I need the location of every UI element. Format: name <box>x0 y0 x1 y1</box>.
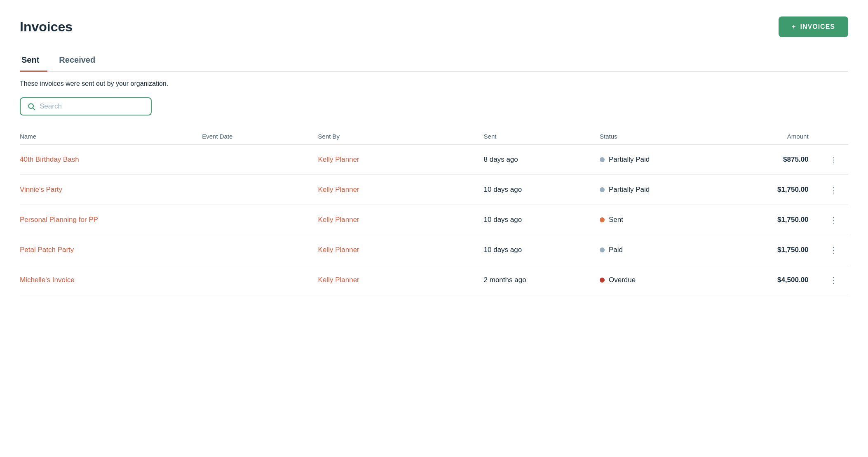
invoice-name-link-4[interactable]: Michelle's Invoice <box>20 276 75 284</box>
invoices-table: Name Event Date Sent By Sent Status Amou… <box>20 129 848 295</box>
subtitle-text: These invoices were sent out by your org… <box>20 80 848 87</box>
more-options-button-0[interactable]: ⋮ <box>826 154 842 165</box>
cell-name-1: Vinnie's Party <box>20 175 202 205</box>
table-row: Vinnie's Party Kelly Planner 10 days ago… <box>20 175 848 205</box>
status-dot-0 <box>600 157 605 162</box>
cell-amount-2: $1,750.00 <box>732 205 815 235</box>
cell-event-date-0 <box>202 144 318 175</box>
status-dot-2 <box>600 217 605 222</box>
more-options-button-4[interactable]: ⋮ <box>826 274 842 286</box>
status-dot-1 <box>600 187 605 192</box>
col-header-sent: Sent <box>484 129 600 144</box>
sent-by-link-0[interactable]: Kelly Planner <box>318 155 359 163</box>
cell-name-2: Personal Planning for PP <box>20 205 202 235</box>
table-row: 40th Birthday Bash Kelly Planner 8 days … <box>20 144 848 175</box>
col-header-name: Name <box>20 129 202 144</box>
cell-status-0: Partially Paid <box>600 144 732 175</box>
page-container: Invoices + INVOICES Sent Received These … <box>0 0 868 457</box>
status-label-2: Sent <box>609 216 623 224</box>
plus-icon: + <box>792 23 796 31</box>
col-header-event-date: Event Date <box>202 129 318 144</box>
table-row: Personal Planning for PP Kelly Planner 1… <box>20 205 848 235</box>
cell-amount-1: $1,750.00 <box>732 175 815 205</box>
sent-by-link-1[interactable]: Kelly Planner <box>318 186 359 193</box>
cell-event-date-4 <box>202 265 318 295</box>
table-header-row: Name Event Date Sent By Sent Status Amou… <box>20 129 848 144</box>
cell-sent-1: 10 days ago <box>484 175 600 205</box>
search-input[interactable] <box>40 102 144 111</box>
tabs-row: Sent Received <box>20 50 848 72</box>
cell-status-2: Sent <box>600 205 732 235</box>
cell-sent-by-4: Kelly Planner <box>318 265 484 295</box>
cell-status-4: Overdue <box>600 265 732 295</box>
more-options-button-1[interactable]: ⋮ <box>826 184 842 196</box>
cell-event-date-3 <box>202 235 318 265</box>
cell-name-3: Petal Patch Party <box>20 235 202 265</box>
cell-status-3: Paid <box>600 235 732 265</box>
cell-sent-0: 8 days ago <box>484 144 600 175</box>
cell-sent-by-2: Kelly Planner <box>318 205 484 235</box>
cell-amount-4: $4,500.00 <box>732 265 815 295</box>
col-header-sent-by: Sent By <box>318 129 484 144</box>
invoice-name-link-0[interactable]: 40th Birthday Bash <box>20 155 79 163</box>
invoice-name-link-3[interactable]: Petal Patch Party <box>20 246 74 254</box>
status-label-0: Partially Paid <box>609 155 650 164</box>
cell-amount-0: $875.00 <box>732 144 815 175</box>
cell-sent-by-0: Kelly Planner <box>318 144 484 175</box>
sent-by-link-3[interactable]: Kelly Planner <box>318 246 359 254</box>
cell-actions-4: ⋮ <box>815 265 848 295</box>
svg-line-1 <box>33 108 35 110</box>
invoice-name-link-2[interactable]: Personal Planning for PP <box>20 216 98 224</box>
cell-sent-by-3: Kelly Planner <box>318 235 484 265</box>
sent-by-link-2[interactable]: Kelly Planner <box>318 216 359 224</box>
cell-event-date-2 <box>202 205 318 235</box>
table-row: Petal Patch Party Kelly Planner 10 days … <box>20 235 848 265</box>
search-wrapper[interactable] <box>20 97 152 115</box>
search-icon <box>27 102 35 111</box>
col-header-amount: Amount <box>732 129 815 144</box>
cell-sent-4: 2 months ago <box>484 265 600 295</box>
cell-status-1: Partially Paid <box>600 175 732 205</box>
add-invoice-button[interactable]: + INVOICES <box>779 16 848 37</box>
sent-by-link-4[interactable]: Kelly Planner <box>318 276 359 284</box>
more-options-button-3[interactable]: ⋮ <box>826 244 842 256</box>
cell-sent-2: 10 days ago <box>484 205 600 235</box>
cell-sent-3: 10 days ago <box>484 235 600 265</box>
cell-name-4: Michelle's Invoice <box>20 265 202 295</box>
cell-actions-3: ⋮ <box>815 235 848 265</box>
status-label-4: Overdue <box>609 276 636 284</box>
search-row <box>20 97 848 115</box>
header-row: Invoices + INVOICES <box>20 16 848 37</box>
tab-received[interactable]: Received <box>57 50 103 72</box>
tab-sent[interactable]: Sent <box>20 50 47 72</box>
col-header-status: Status <box>600 129 732 144</box>
add-invoice-label: INVOICES <box>800 23 835 31</box>
cell-actions-2: ⋮ <box>815 205 848 235</box>
status-label-1: Partially Paid <box>609 186 650 194</box>
status-label-3: Paid <box>609 246 623 254</box>
col-header-actions <box>815 129 848 144</box>
cell-actions-0: ⋮ <box>815 144 848 175</box>
cell-sent-by-1: Kelly Planner <box>318 175 484 205</box>
status-dot-4 <box>600 278 605 283</box>
page-title: Invoices <box>20 19 73 35</box>
invoice-name-link-1[interactable]: Vinnie's Party <box>20 186 62 193</box>
status-dot-3 <box>600 247 605 252</box>
cell-event-date-1 <box>202 175 318 205</box>
table-row: Michelle's Invoice Kelly Planner 2 month… <box>20 265 848 295</box>
more-options-button-2[interactable]: ⋮ <box>826 214 842 226</box>
cell-actions-1: ⋮ <box>815 175 848 205</box>
cell-name-0: 40th Birthday Bash <box>20 144 202 175</box>
cell-amount-3: $1,750.00 <box>732 235 815 265</box>
